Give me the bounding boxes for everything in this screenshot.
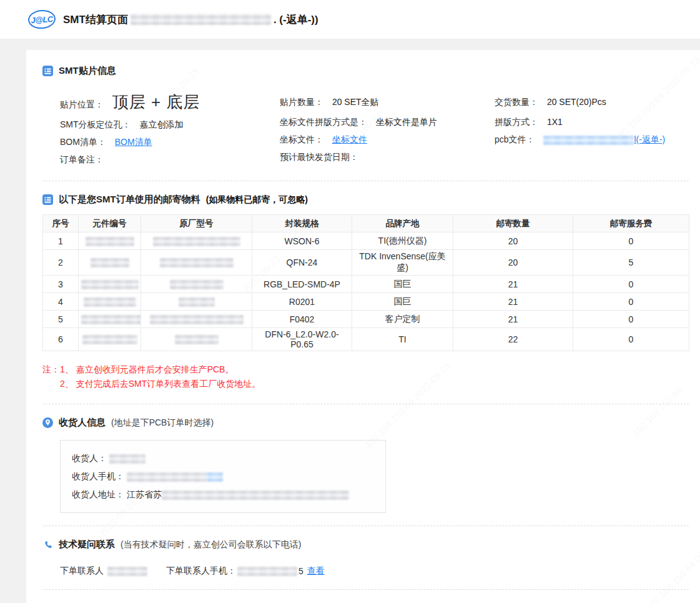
table-row: 6 DFN-6_L2.0-W2.0-P0.65 TI 22 0 xyxy=(43,328,689,351)
coord-file-link[interactable]: 坐标文件 xyxy=(332,134,367,144)
redacted-partno xyxy=(84,297,136,307)
contact-phone-suffix: 5 xyxy=(298,566,303,576)
redacted-partno xyxy=(81,315,141,324)
location-pin-icon xyxy=(42,417,53,428)
cell-index: 4 xyxy=(43,293,79,311)
cell-brand: 客户定制 xyxy=(352,311,453,328)
coord-file-label: 坐标文件： xyxy=(280,134,323,144)
col-header-index: 序号 xyxy=(43,215,79,232)
cell-package: RGB_LED-SMD-4P xyxy=(252,276,352,293)
receiver-address-prefix: 江苏省苏 xyxy=(127,489,162,499)
cell-brand: TDK InvenSense(应美盛) xyxy=(352,250,453,276)
cell-partno xyxy=(79,293,141,311)
table-row: 3 RGB_LED-SMD-4P 国巨 21 0 xyxy=(43,276,689,293)
cell-mpn xyxy=(141,250,252,276)
redacted-order-name xyxy=(131,14,271,25)
receiver-phone-label: 收货人手机： xyxy=(72,471,124,481)
top-bar: J@LC SMT结算页面 . (-返单-)) xyxy=(0,0,700,39)
pcb-file-link[interactable]: l(-返单-) xyxy=(634,134,665,144)
delivery-qty-value: 20 SET(20)Pcs xyxy=(547,97,606,107)
cell-package: R0201 xyxy=(252,293,352,311)
redacted-mpn xyxy=(160,258,234,267)
coord-panel-value: 坐标文件是单片 xyxy=(376,117,437,127)
cell-index: 2 xyxy=(43,250,79,276)
receiver-name-label: 收货人： xyxy=(72,453,107,463)
smt-qty-value: 20 SET全贴 xyxy=(332,97,379,107)
page-title: SMT结算页面 . (-返单-)) xyxy=(63,12,318,27)
col-header-brand: 品牌产地 xyxy=(352,215,453,232)
cell-mpn xyxy=(141,276,252,293)
receiver-phone-row: 收货人手机： xyxy=(72,467,374,486)
redacted-contact-phone xyxy=(237,567,297,576)
coord-panel-label: 坐标文件拼版方式是： xyxy=(280,117,367,127)
cell-mpn xyxy=(141,328,252,351)
smt-info-col-left: 贴片位置： 顶层 + 底层 SMT分板定位孔： 嘉立创添加 BOM清单： BOM… xyxy=(60,91,280,168)
divider xyxy=(42,526,689,526)
redacted-pcb-filename xyxy=(543,136,634,145)
cell-brand: TI xyxy=(352,328,453,351)
panel-mode-value: 1X1 xyxy=(547,117,563,127)
smt-qty-label: 贴片数量： xyxy=(280,97,323,107)
cell-fee: 0 xyxy=(573,311,689,328)
view-phone-link[interactable]: 查看 xyxy=(307,566,325,577)
smt-info-col-right: 交货数量： 20 SET(20)Pcs 拼版方式： 1X1 pcb文件： l(-… xyxy=(495,91,689,168)
cell-mpn xyxy=(141,311,252,328)
tech-contact-title-note: (当有技术疑问时，嘉立创公司会联系以下电话) xyxy=(121,539,301,551)
col-header-fee: 邮寄服务费 xyxy=(573,215,689,232)
divider xyxy=(42,589,689,590)
smt-info-col-middle: 贴片数量： 20 SET全贴 坐标文件拼版方式是： 坐标文件是单片 坐标文件： … xyxy=(280,91,495,168)
notes-label: 注： xyxy=(42,362,60,391)
receiver-title-note: (地址是下PCB订单时选择) xyxy=(111,417,214,429)
cell-fee: 0 xyxy=(573,328,689,351)
cell-package: QFN-24 xyxy=(252,250,352,276)
cell-brand: 国巨 xyxy=(352,276,453,293)
contact-line: 下单联系人 下单联系人手机： 5 查看 xyxy=(60,566,689,577)
cell-qty: 21 xyxy=(453,276,573,293)
cell-qty: 22 xyxy=(453,328,573,351)
delivery-qty-label: 交货数量： xyxy=(495,97,538,107)
settlement-card: SMT贴片信息 贴片位置： 顶层 + 底层 SMT分板定位孔： 嘉立创添加 BO… xyxy=(26,50,700,603)
red-notes: 注： 1、 嘉立创收到元器件后才会安排生产PCB。 2、 支付完成后去SMT订单… xyxy=(42,362,689,391)
cell-fee: 0 xyxy=(573,276,689,293)
redacted-mpn xyxy=(153,237,240,246)
cell-partno xyxy=(79,232,141,250)
redacted-mpn xyxy=(175,335,219,344)
cell-fee: 5 xyxy=(573,250,689,276)
contact-person-label: 下单联系人 xyxy=(60,566,104,577)
cell-package: F0402 xyxy=(252,311,352,328)
table-row: 4 R0201 国巨 21 0 xyxy=(43,293,689,311)
cell-package: DFN-6_L2.0-W2.0-P0.65 xyxy=(252,328,352,351)
redacted-mpn xyxy=(179,297,215,307)
materials-table: 序号 元件编号 原厂型号 封装规格 品牌产地 邮寄数量 邮寄服务费 1 WSON… xyxy=(42,214,689,351)
redacted-partno xyxy=(91,258,129,267)
redacted-partno xyxy=(86,237,134,246)
cell-partno xyxy=(79,250,141,276)
cell-index: 5 xyxy=(43,311,79,328)
divider xyxy=(42,181,689,181)
cell-fee: 0 xyxy=(573,293,689,311)
contact-phone-label: 下单联系人手机： xyxy=(166,566,236,577)
placement-value: 顶层 + 底层 xyxy=(112,92,200,111)
smt-info-fields: 贴片位置： 顶层 + 底层 SMT分板定位孔： 嘉立创添加 BOM清单： BOM… xyxy=(60,91,689,168)
table-row: 5 F0402 客户定制 21 0 xyxy=(43,311,689,328)
cell-index: 6 xyxy=(43,328,79,351)
table-row: 2 QFN-24 TDK InvenSense(应美盛) 20 5 xyxy=(43,250,689,276)
page-background: SMT贴片信息 贴片位置： 顶层 + 底层 SMT分板定位孔： 嘉立创添加 BO… xyxy=(0,39,700,603)
receiver-address-label: 收货人地址： xyxy=(72,489,124,499)
cell-index: 3 xyxy=(43,276,79,293)
panel-hole-label: SMT分板定位孔： xyxy=(60,119,131,129)
page-title-prefix: SMT结算页面 xyxy=(63,12,128,27)
phone-icon xyxy=(42,539,53,550)
bom-list-link[interactable]: BOM清单 xyxy=(115,137,152,147)
order-remark-label: 订单备注： xyxy=(60,154,104,164)
materials-title-note: (如果物料已邮寄，可忽略) xyxy=(206,194,308,206)
list-form-icon xyxy=(42,194,53,205)
redacted-partno xyxy=(81,280,139,289)
receiver-name-row: 收货人： xyxy=(72,449,374,467)
receiver-title: 收货人信息 xyxy=(59,417,106,429)
cell-qty: 20 xyxy=(453,232,573,250)
note-line-1: 1、 嘉立创收到元器件后才会安排生产PCB。 xyxy=(60,364,234,374)
redacted-partno xyxy=(82,335,137,344)
cell-brand: 国巨 xyxy=(352,293,453,311)
redacted-contact-person xyxy=(107,567,147,576)
